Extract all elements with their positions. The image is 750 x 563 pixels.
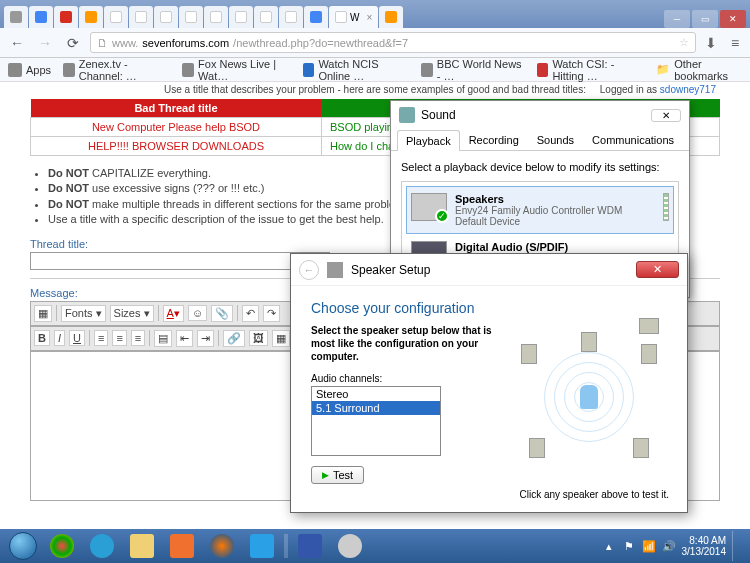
image-icon[interactable]: 🖼	[249, 330, 268, 346]
bookmark-star-icon[interactable]: ☆	[679, 36, 689, 49]
tray-flag-icon[interactable]: ⚑	[622, 539, 636, 553]
underline-icon[interactable]: U	[69, 330, 85, 346]
menu-icon[interactable]: ≡	[726, 34, 744, 52]
taskbar-ie[interactable]	[82, 531, 122, 561]
browser-tab[interactable]	[279, 6, 303, 28]
tray-network-icon[interactable]: 📶	[642, 539, 656, 553]
tab-playback[interactable]: Playback	[397, 130, 460, 151]
smiley-icon[interactable]: ☺	[188, 305, 207, 321]
taskbar-mediaplayer[interactable]	[162, 531, 202, 561]
speaker-titlebar[interactable]: ← Speaker Setup ✕	[291, 254, 687, 286]
browser-tab[interactable]	[204, 6, 228, 28]
show-desktop-button[interactable]	[732, 531, 740, 561]
sound-close-button[interactable]: ✕	[651, 109, 681, 122]
align-left-icon[interactable]: ≡	[94, 330, 108, 346]
page-icon: 🗋	[97, 37, 108, 49]
indent-icon[interactable]: ⇥	[197, 330, 214, 347]
forward-button[interactable]: →	[34, 32, 56, 54]
taskbar-sound-app[interactable]	[330, 531, 370, 561]
text-color-icon[interactable]: A▾	[163, 305, 184, 322]
browser-tab[interactable]	[254, 6, 278, 28]
tab-sounds[interactable]: Sounds	[528, 129, 583, 150]
outdent-indent-icon[interactable]: ⇤	[176, 330, 193, 347]
browser-tab[interactable]	[54, 6, 78, 28]
test-button[interactable]: Test	[311, 466, 364, 484]
italic-icon[interactable]: I	[54, 330, 65, 346]
back-button[interactable]: ←	[6, 32, 28, 54]
bookmark-item[interactable]: Watch NCIS Online …	[303, 58, 409, 82]
browser-tab[interactable]	[4, 6, 28, 28]
reload-button[interactable]: ⟳	[62, 32, 84, 54]
browser-tab[interactable]	[229, 6, 253, 28]
speaker-icon	[327, 262, 343, 278]
tray-volume-icon[interactable]: 🔊	[662, 539, 676, 553]
browser-tab[interactable]	[129, 6, 153, 28]
taskbar-firefox[interactable]	[202, 531, 242, 561]
url-bar[interactable]: 🗋 www.sevenforums.com/newthread.php?do=n…	[90, 32, 696, 53]
redo-icon[interactable]: ↷	[263, 305, 280, 322]
speaker-front-right[interactable]	[641, 344, 657, 364]
speaker-rear-right[interactable]	[633, 438, 649, 458]
thread-title-input[interactable]	[30, 252, 330, 270]
browser-tab[interactable]	[154, 6, 178, 28]
browser-tab-active[interactable]: W×	[329, 6, 378, 28]
list-icon[interactable]: ▤	[154, 330, 172, 347]
window-close-button[interactable]: ✕	[720, 10, 746, 28]
tab-recording[interactable]: Recording	[460, 129, 528, 150]
channel-option-51[interactable]: 5.1 Surround	[312, 401, 440, 415]
start-button[interactable]	[4, 531, 42, 561]
clock[interactable]: 8:40 AM 3/13/2014	[682, 535, 727, 557]
taskbar-chrome[interactable]	[42, 531, 82, 561]
download-icon[interactable]: ⬇	[702, 34, 720, 52]
align-right-icon[interactable]: ≡	[131, 330, 145, 346]
speaker-rear-left[interactable]	[529, 438, 545, 458]
font-selector[interactable]: Fonts ▾	[61, 305, 106, 322]
system-tray: ▴ ⚑ 📶 🔊 8:40 AM 3/13/2014	[602, 531, 747, 561]
browser-tab[interactable]	[79, 6, 103, 28]
undo-icon[interactable]: ↶	[242, 305, 259, 322]
bookmark-item[interactable]: Watch CSI: - Hitting …	[537, 58, 644, 82]
device-name: Digital Audio (S/PDIF)	[455, 241, 568, 253]
bookmark-item[interactable]: Fox News Live | Wat…	[182, 58, 290, 82]
user-link[interactable]: sdowney717	[660, 84, 716, 95]
speaker-layout-diagram	[509, 314, 669, 464]
device-sub: Envy24 Family Audio Controller WDM	[455, 205, 622, 216]
login-status: Logged in as sdowney717	[600, 84, 716, 95]
sound-titlebar[interactable]: Sound ✕	[391, 101, 689, 129]
browser-tab[interactable]	[104, 6, 128, 28]
speaker-close-button[interactable]: ✕	[636, 261, 679, 278]
align-center-icon[interactable]: ≡	[112, 330, 126, 346]
attach-icon[interactable]: 📎	[211, 305, 233, 322]
video-icon[interactable]: ▦	[272, 330, 290, 347]
audio-channels-list[interactable]: Stereo 5.1 Surround	[311, 386, 441, 456]
link-icon[interactable]: 🔗	[223, 330, 245, 347]
channel-option-stereo[interactable]: Stereo	[312, 387, 440, 401]
tab-communications[interactable]: Communications	[583, 129, 683, 150]
device-speakers[interactable]: ✓ Speakers Envy24 Family Audio Controlle…	[406, 186, 674, 234]
browser-toolbar: ← → ⟳ 🗋 www.sevenforums.com/newthread.ph…	[0, 28, 750, 58]
browser-tab[interactable]	[304, 6, 328, 28]
taskbar-explorer[interactable]	[122, 531, 162, 561]
bookmark-item[interactable]: BBC World News - …	[421, 58, 525, 82]
speaker-center[interactable]	[581, 332, 597, 352]
sound-tabs: Playback Recording Sounds Communications	[391, 129, 689, 151]
bold-icon[interactable]: B	[34, 330, 50, 346]
size-selector[interactable]: Sizes ▾	[110, 305, 154, 322]
speaker-subwoofer[interactable]	[639, 318, 659, 334]
apps-button[interactable]: Apps	[8, 63, 51, 77]
taskbar-skype[interactable]	[242, 531, 282, 561]
browser-tab[interactable]	[179, 6, 203, 28]
bookmark-item[interactable]: Zenex.tv - Channel: …	[63, 58, 170, 82]
window-maximize-button[interactable]: ▭	[692, 10, 718, 28]
editor-mode-icon[interactable]: ▦	[34, 305, 52, 322]
browser-tab[interactable]	[379, 6, 403, 28]
tab-close-icon[interactable]: ×	[366, 12, 372, 23]
bookmark-icon	[303, 63, 315, 77]
browser-tab[interactable]	[29, 6, 53, 28]
back-icon[interactable]: ←	[299, 260, 319, 280]
window-minimize-button[interactable]: ─	[664, 10, 690, 28]
tray-up-icon[interactable]: ▴	[602, 539, 616, 553]
speaker-front-left[interactable]	[521, 344, 537, 364]
other-bookmarks[interactable]: 📁Other bookmarks	[656, 58, 742, 82]
taskbar-app[interactable]	[290, 531, 330, 561]
